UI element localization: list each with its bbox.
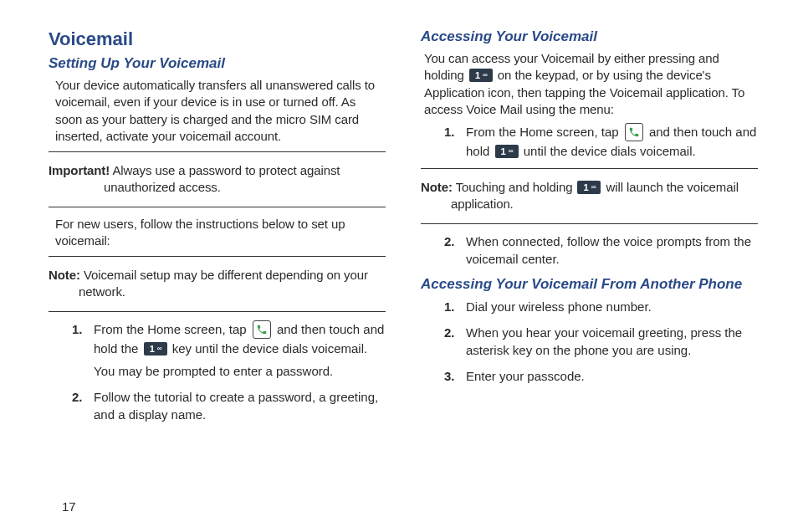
step-text-a: From the Home screen, tap [94, 322, 250, 336]
important-box: Important! Always use a password to prot… [49, 151, 386, 207]
phone-icon [253, 320, 271, 339]
steps-right-1: 1. From the Home screen, tap and then to… [444, 123, 758, 160]
key-1-icon: 1∞ [144, 342, 167, 356]
steps-left: 1. From the Home screen, tap and then to… [72, 320, 386, 423]
step-text: When connected, follow the voice prompts… [466, 234, 751, 266]
step-1-left: 1. From the Home screen, tap and then to… [72, 320, 386, 380]
step-num: 2. [444, 233, 455, 250]
note-label-right: Note: [421, 180, 453, 194]
heading-voicemail: Voicemail [49, 28, 386, 50]
left-column: Voicemail Setting Up Your Voicemail Your… [49, 28, 386, 432]
step-num: 2. [72, 388, 83, 406]
heading-accessing: Accessing Your Voicemail [421, 28, 758, 45]
step-num: 1. [444, 298, 455, 315]
note-box-left: Note: Voicemail setup may be different d… [49, 256, 386, 312]
page: Voicemail Setting Up Your Voicemail Your… [0, 0, 798, 432]
key-sym: ∞ [591, 181, 596, 194]
note-text-right: Note: Touching and holding 1∞ will launc… [421, 179, 758, 213]
step-1-right: 1. From the Home screen, tap and then to… [444, 123, 758, 160]
note-body-line2-left: network. [49, 284, 386, 300]
step-text: When you hear your voicemail greeting, p… [466, 325, 742, 357]
important-label: Important! [49, 163, 110, 177]
step-2-right: 2. When connected, follow the voice prom… [444, 233, 758, 268]
note-right-line1: will launch the voicemail [606, 180, 739, 194]
step-text-c: until the device dials voicemail. [524, 144, 696, 158]
key-sym: ∞ [509, 145, 513, 158]
note-box-right: Note: Touching and holding 1∞ will launc… [421, 168, 758, 224]
step-text-d: You may be prompted to enter a password. [94, 364, 333, 378]
step-num: 1. [72, 320, 83, 338]
step-2-left: 2. Follow the tutorial to create a passw… [72, 388, 386, 423]
step-num: 3. [444, 367, 455, 385]
key-digit: 1 [475, 69, 480, 82]
important-body-line1: Always use a password to protect against [112, 163, 340, 177]
important-body-line2: unauthorized access. [49, 179, 386, 196]
step-text: Enter your passcode. [466, 369, 585, 383]
key-digit: 1 [584, 181, 589, 194]
note-text-left: Note: Voicemail setup may be different d… [49, 267, 386, 301]
step-num: 1. [444, 123, 455, 141]
key-1-icon: 1∞ [577, 181, 601, 194]
note-right-a: Touching and holding [456, 180, 576, 194]
key-digit: 1 [501, 145, 506, 158]
right-column: Accessing Your Voicemail You can access … [421, 28, 758, 432]
note-label-left: Note: [49, 268, 80, 282]
key-sym: ∞ [483, 69, 487, 82]
key-digit: 1 [150, 342, 155, 356]
step-3-another: 3. Enter your passcode. [444, 367, 758, 385]
key-1-icon: 1∞ [495, 145, 519, 158]
new-users-para: For new users, follow the instructions b… [55, 216, 386, 250]
step-text: Follow the tutorial to create a password… [94, 390, 378, 422]
step-2-another: 2. When you hear your voicemail greeting… [444, 324, 758, 359]
page-number: 17 [62, 499, 76, 514]
heading-setting-up: Setting Up Your Voicemail [49, 55, 386, 72]
key-sym: ∞ [157, 342, 161, 356]
note-body-line1-left: Voicemail setup may be different dependi… [84, 268, 368, 282]
heading-accessing-another: Accessing Your Voicemail From Another Ph… [421, 276, 758, 293]
steps-right-3: 1. Dial your wireless phone number. 2. W… [444, 298, 758, 385]
note-right-line2: application. [421, 196, 758, 212]
intro-right: You can access your Voicemail by either … [424, 50, 758, 118]
step-text-c: key until the device dials voicemail. [172, 341, 367, 356]
step-text: Dial your wireless phone number. [466, 299, 652, 314]
step-1-another: 1. Dial your wireless phone number. [444, 298, 758, 315]
phone-icon [625, 123, 643, 141]
steps-right-2: 2. When connected, follow the voice prom… [444, 233, 758, 268]
key-1-icon: 1∞ [469, 69, 493, 82]
step-num: 2. [444, 324, 455, 341]
step-text-a: From the Home screen, tap [466, 125, 622, 139]
important-text: Important! Always use a password to prot… [49, 162, 386, 197]
intro-para: Your device automatically transfers all … [55, 77, 386, 145]
